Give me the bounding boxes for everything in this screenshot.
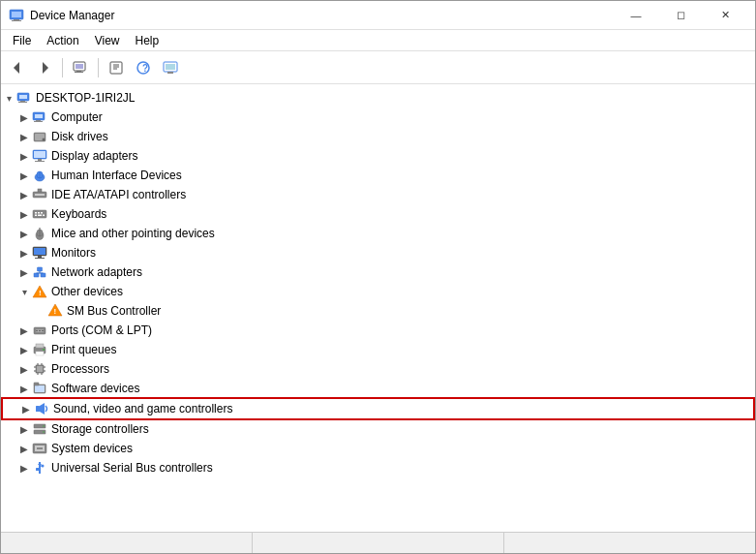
tree-item-sm-bus[interactable]: ! SM Bus Controller <box>1 301 755 321</box>
back-button[interactable] <box>5 55 30 80</box>
svg-marker-4 <box>14 62 19 74</box>
svg-rect-72 <box>36 352 44 355</box>
hid-expand[interactable]: ▶ <box>16 168 32 183</box>
svg-rect-55 <box>34 273 39 277</box>
tree-item-print[interactable]: ▶ Print queues <box>1 340 755 359</box>
svg-text:!: ! <box>54 307 57 316</box>
tree-item-computer[interactable]: ▶ Computer <box>1 108 755 127</box>
root-icon <box>16 90 32 106</box>
svg-rect-33 <box>35 161 45 162</box>
tree-item-software[interactable]: ▶ Software devices <box>1 379 755 398</box>
forward-button[interactable] <box>32 55 57 80</box>
title-bar-left: Device Manager <box>9 8 114 23</box>
tree-item-usb[interactable]: ▶ Universal Serial Bus controllers <box>1 458 755 477</box>
sm-bus-icon: ! <box>47 303 63 319</box>
close-button[interactable]: ✕ <box>703 1 747 30</box>
tree-item-ide[interactable]: ▶ IDE ATA/ATAPI controllers <box>1 185 755 204</box>
network-expand[interactable]: ▶ <box>16 264 32 280</box>
svg-point-92 <box>43 431 45 433</box>
tree-item-processors[interactable]: ▶ Processors <box>1 359 755 379</box>
tree-root[interactable]: ▾ DESKTOP-1IRI2JL <box>1 88 755 108</box>
svg-rect-43 <box>41 212 43 214</box>
other-expand[interactable]: ▾ <box>16 284 32 299</box>
ports-icon <box>32 323 47 338</box>
svg-rect-7 <box>76 64 83 69</box>
title-bar-controls: — ◻ ✕ <box>614 1 747 30</box>
mice-expand[interactable]: ▶ <box>16 226 32 241</box>
sound-expand[interactable]: ▶ <box>18 401 34 416</box>
tree-item-mice[interactable]: ▶ Mice and other pointing devices <box>1 224 755 243</box>
svg-rect-9 <box>75 72 83 73</box>
svg-rect-87 <box>36 406 40 412</box>
tree-item-ports[interactable]: ▶ Ports (COM & LPT) <box>1 321 755 340</box>
svg-rect-22 <box>18 102 27 103</box>
mice-icon <box>32 226 47 241</box>
sound-label: Sound, video and game controllers <box>53 402 232 416</box>
hid-icon <box>32 168 47 183</box>
svg-rect-95 <box>37 447 43 449</box>
content-area: ▾ DESKTOP-1IRI2JL ▶ <box>1 84 755 532</box>
tree-item-network[interactable]: ▶ Network adapters <box>1 262 755 282</box>
svg-rect-52 <box>34 248 45 255</box>
display-expand[interactable]: ▶ <box>16 148 32 164</box>
tree-item-disk-drives[interactable]: ▶ Disk drives <box>1 127 755 146</box>
tree-item-storage[interactable]: ▶ Storage controllers <box>1 419 755 439</box>
print-expand[interactable]: ▶ <box>16 342 32 357</box>
tree-item-monitors[interactable]: ▶ Monitors <box>1 243 755 262</box>
update-driver-button[interactable] <box>158 55 183 80</box>
display-icon <box>32 148 47 164</box>
computer-view-button[interactable] <box>68 55 93 80</box>
tree-item-sound[interactable]: ▶ Sound, video and game controllers <box>3 399 753 418</box>
display-adapters-label: Display adapters <box>51 149 137 163</box>
maximize-button[interactable]: ◻ <box>658 1 703 30</box>
sm-bus-label: SM Bus Controller <box>67 304 161 318</box>
network-icon <box>32 264 47 280</box>
device-manager-window: Device Manager — ◻ ✕ File Action View He… <box>0 0 756 554</box>
svg-rect-26 <box>34 121 43 122</box>
computer-icon <box>32 109 47 125</box>
svg-rect-44 <box>35 215 37 217</box>
keyboards-expand[interactable]: ▶ <box>16 206 32 222</box>
minimize-button[interactable]: — <box>614 1 658 30</box>
window-icon <box>9 8 24 23</box>
usb-expand[interactable]: ▶ <box>16 460 32 476</box>
storage-label: Storage controllers <box>51 422 149 436</box>
svg-text:?: ? <box>142 63 148 74</box>
menu-action[interactable]: Action <box>39 32 86 49</box>
storage-expand[interactable]: ▶ <box>16 421 32 437</box>
software-expand[interactable]: ▶ <box>16 381 32 396</box>
software-label: Software devices <box>51 382 139 395</box>
svg-rect-53 <box>38 256 42 258</box>
monitors-expand[interactable]: ▶ <box>16 245 32 261</box>
properties-button[interactable]: ? <box>131 55 156 80</box>
menu-help[interactable]: Help <box>128 32 167 49</box>
tree-item-display-adapters[interactable]: ▶ Display adapters <box>1 146 755 166</box>
tree-item-hid[interactable]: ▶ Human Interface Devices <box>1 166 755 185</box>
status-bar <box>1 532 755 553</box>
computer-expand[interactable]: ▶ <box>16 109 32 125</box>
help-properties-button[interactable] <box>104 55 129 80</box>
disk-expand[interactable]: ▶ <box>16 129 32 144</box>
system-expand[interactable]: ▶ <box>16 441 32 456</box>
system-label: System devices <box>51 442 133 455</box>
menu-view[interactable]: View <box>87 32 128 49</box>
tree-item-other[interactable]: ▾ ! Other devices <box>1 282 755 301</box>
ide-icon <box>32 187 47 202</box>
menu-file[interactable]: File <box>5 32 39 49</box>
tree-item-system[interactable]: ▶ System devices <box>1 439 755 458</box>
svg-marker-5 <box>43 62 48 74</box>
hid-label: Human Interface Devices <box>51 169 182 182</box>
svg-rect-75 <box>37 366 43 372</box>
tree-item-keyboards[interactable]: ▶ Keyboards <box>1 204 755 224</box>
ports-expand[interactable]: ▶ <box>16 323 32 338</box>
other-label: Other devices <box>51 285 123 298</box>
root-expand-arrow[interactable]: ▾ <box>1 90 16 106</box>
svg-text:!: ! <box>39 289 42 297</box>
processors-expand[interactable]: ▶ <box>16 361 32 377</box>
svg-rect-45 <box>38 215 42 217</box>
svg-rect-3 <box>12 20 21 21</box>
storage-icon <box>32 421 47 437</box>
tree-view[interactable]: ▾ DESKTOP-1IRI2JL ▶ <box>1 84 755 532</box>
ide-expand[interactable]: ▶ <box>16 187 32 202</box>
svg-rect-40 <box>33 210 46 218</box>
